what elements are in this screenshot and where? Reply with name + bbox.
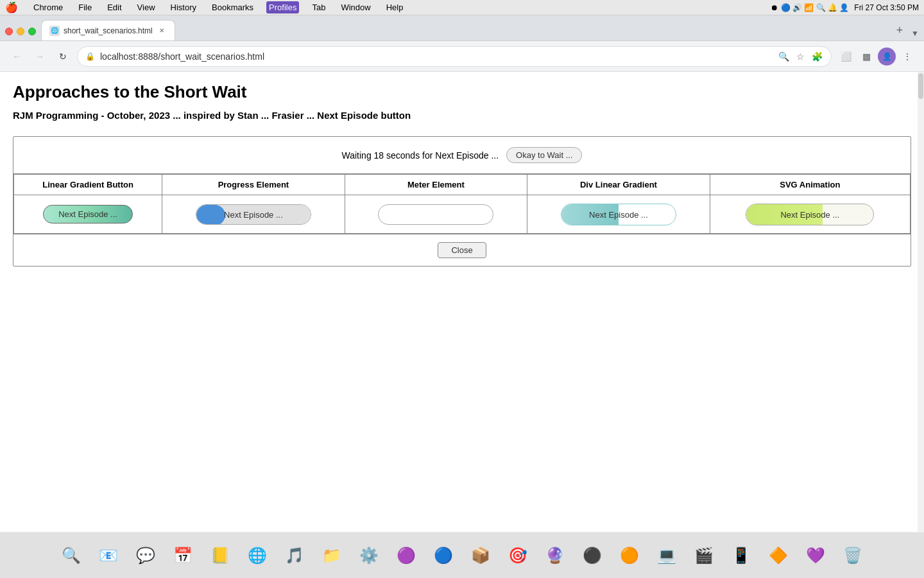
scroll-thumb[interactable] (918, 73, 923, 99)
url-bar[interactable]: 🔒 localhost:8888/short_wait_scenarios.ht… (77, 46, 832, 67)
waiting-text: Waiting 18 seconds for Next Episode ... (342, 150, 499, 161)
menu-window[interactable]: Window (338, 1, 373, 13)
tab-bar: 🌐 short_wait_scenarios.html ✕ + ▼ (0, 15, 924, 41)
dock-item-app4[interactable]: 🎯 (501, 539, 535, 572)
linear-gradient-btn[interactable]: Next Episode ... (43, 205, 133, 223)
menu-view[interactable]: View (135, 1, 158, 13)
meter-container: Next Episode ... (378, 204, 493, 225)
div-gradient-label: Next Episode ... (589, 209, 648, 219)
menu-tab[interactable]: Tab (309, 1, 328, 13)
col-progress: Progress Element (162, 175, 345, 195)
menu-chrome[interactable]: Chrome (31, 1, 65, 13)
okay-wait-button[interactable]: Okay to Wait ... (506, 147, 582, 163)
new-tab-btn[interactable]: + (891, 21, 909, 39)
dock-item-trash[interactable]: 🗑️ (836, 539, 869, 572)
col-meter: Meter Element (345, 175, 527, 195)
tab-favicon: 🌐 (49, 26, 60, 36)
cell-svg: Next Episode ... (710, 195, 910, 234)
url-text: localhost:8888/short_wait_scenarios.html (100, 51, 772, 62)
dock-item-safari[interactable]: 🌐 (241, 539, 274, 572)
page-subtitle: RJM Programming - October, 2023 ... insp… (13, 110, 911, 121)
progress-container: Next Episode ... (196, 204, 311, 225)
back-btn[interactable]: ← (8, 48, 26, 66)
dock-item-settings[interactable]: ⚙️ (352, 539, 386, 572)
dock-item-app10[interactable]: 📱 (724, 539, 758, 572)
dock-item-app7[interactable]: 🟠 (613, 539, 646, 572)
demo-row: Next Episode ... Next Episode ... N (14, 195, 911, 234)
dock-item-music[interactable]: 🎵 (278, 539, 311, 572)
close-row: Close (13, 234, 911, 266)
tab-title: short_wait_scenarios.html (64, 26, 153, 35)
div-gradient-outer: Next Episode ... (561, 204, 676, 225)
cell-linear-gradient: Next Episode ... (14, 195, 162, 234)
extensions-icon[interactable]: 🧩 (810, 50, 823, 63)
bookmark-icon[interactable]: ☆ (794, 50, 807, 63)
close-button[interactable]: Close (438, 242, 486, 258)
tab-close-btn[interactable]: ✕ (157, 26, 167, 36)
main-container: Waiting 18 seconds for Next Episode ... … (13, 136, 911, 267)
scrollbar[interactable] (918, 72, 924, 532)
dock-item-files[interactable]: 📁 (315, 539, 348, 572)
dock-item-calendar[interactable]: 📅 (166, 539, 200, 572)
svg-container: Next Episode ... (746, 204, 874, 225)
refresh-btn[interactable]: ↻ (54, 48, 72, 66)
url-actions: 🔍 ☆ 🧩 (777, 50, 823, 63)
cell-meter: Next Episode ... (345, 195, 527, 234)
address-bar: ← → ↻ 🔒 localhost:8888/short_wait_scenar… (0, 41, 924, 72)
menu-bookmarks[interactable]: Bookmarks (209, 1, 256, 13)
chrome-actions: ⬜ ▦ 👤 ⋮ (837, 48, 916, 66)
sidebar-icon[interactable]: ▦ (857, 48, 875, 66)
page-title: Approaches to the Short Wait (13, 82, 911, 102)
waiting-header: Waiting 18 seconds for Next Episode ... … (13, 137, 911, 174)
cell-progress: Next Episode ... (162, 195, 345, 234)
dock-item-messages[interactable]: 💬 (129, 539, 162, 572)
col-linear-gradient: Linear Gradient Button (14, 175, 162, 195)
dock-item-app2[interactable]: 🔵 (427, 539, 460, 572)
cell-div-gradient: Next Episode ... (527, 195, 710, 234)
menu-file[interactable]: File (76, 1, 94, 13)
svg-label: Next Episode ... (780, 209, 839, 219)
menu-bar: 🍎 Chrome File Edit View History Bookmark… (0, 0, 924, 15)
tab-scroll-area: 🌐 short_wait_scenarios.html ✕ + ▼ (41, 20, 919, 40)
dock-item-contacts[interactable]: 📒 (203, 539, 237, 572)
maximize-window-btn[interactable] (28, 28, 36, 35)
dock: 🔍 📧 💬 📅 📒 🌐 🎵 📁 ⚙️ 🟣 🔵 📦 🎯 🔮 ⚫ 🟠 💻 🎬 📱 🔶… (0, 532, 924, 578)
menu-history[interactable]: History (168, 1, 199, 13)
dock-item-app9[interactable]: 🎬 (687, 539, 721, 572)
dock-item-mail[interactable]: 📧 (92, 539, 125, 572)
menu-bar-right: ⏺ 🔵 🔊 📶 🔍 🔔 👤 Fri 27 Oct 3:50 PM (771, 3, 919, 12)
demo-table: Linear Gradient Button Progress Element … (13, 174, 911, 234)
lock-icon: 🔒 (85, 52, 95, 61)
progress-element (196, 205, 311, 225)
meter-element (379, 205, 493, 225)
dock-item-app1[interactable]: 🟣 (389, 539, 423, 572)
apple-menu[interactable]: 🍎 (5, 1, 18, 13)
dock-item-finder[interactable]: 🔍 (55, 539, 88, 572)
cast-icon[interactable]: ⬜ (837, 48, 855, 66)
forward-btn[interactable]: → (31, 48, 49, 66)
dock-item-app3[interactable]: 📦 (464, 539, 497, 572)
close-window-btn[interactable] (5, 28, 13, 35)
dock-item-app6[interactable]: ⚫ (576, 539, 609, 572)
menu-edit[interactable]: Edit (105, 1, 124, 13)
more-btn[interactable]: ⋮ (898, 48, 916, 66)
search-icon[interactable]: 🔍 (777, 50, 790, 63)
dock-item-app8[interactable]: 💻 (650, 539, 683, 572)
tab-expand-btn[interactable]: ▼ (911, 29, 919, 38)
datetime: Fri 27 Oct 3:50 PM (854, 3, 919, 12)
dock-item-app5[interactable]: 🔮 (538, 539, 572, 572)
menu-help[interactable]: Help (384, 1, 406, 13)
menu-icons: ⏺ 🔵 🔊 📶 🔍 🔔 👤 (771, 3, 849, 12)
avatar-btn[interactable]: 👤 (878, 48, 896, 66)
window-controls (5, 28, 36, 35)
dock-item-app11[interactable]: 🔶 (762, 539, 795, 572)
minimize-window-btn[interactable] (17, 28, 24, 35)
menu-profiles[interactable]: Profiles (266, 1, 299, 13)
page-content: Approaches to the Short Wait RJM Program… (0, 72, 924, 277)
active-tab[interactable]: 🌐 short_wait_scenarios.html ✕ (41, 20, 175, 40)
dock-item-app12[interactable]: 💜 (799, 539, 832, 572)
col-svg: SVG Animation (710, 175, 910, 195)
col-div-gradient: Div Linear Gradient (527, 175, 710, 195)
